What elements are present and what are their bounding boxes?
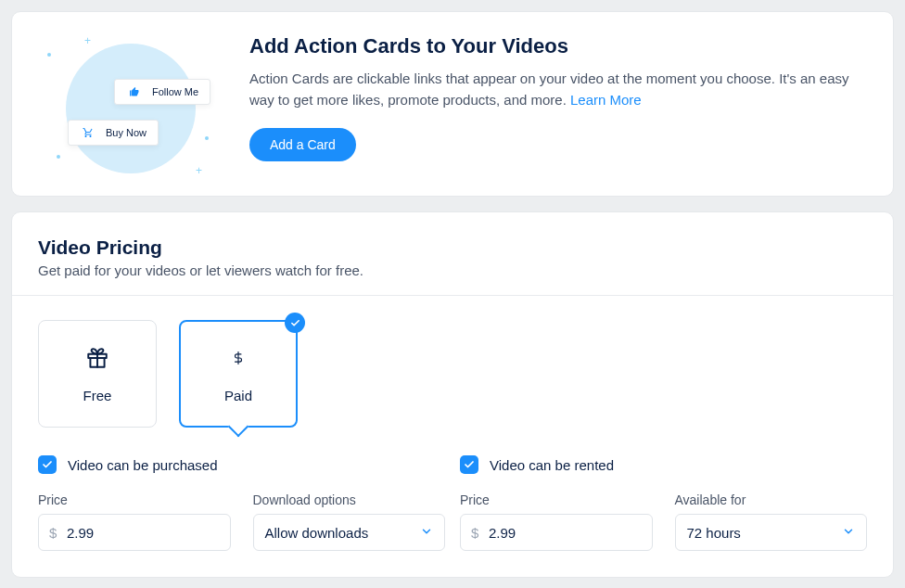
currency-symbol: $ [471,525,478,541]
pricing-option-paid-label: Paid [224,388,252,403]
purchase-checkbox-label: Video can be purchased [68,457,218,473]
pricing-subtitle: Get paid for your videos or let viewers … [38,262,867,278]
rent-checkbox[interactable] [460,455,478,474]
illustration-follow-card: Follow Me [114,79,210,105]
pricing-options: Free Paid [38,320,867,428]
purchase-checkbox-row: Video can be purchased [38,455,445,474]
download-options-value: Allow downloads [265,525,369,541]
action-cards-illustration: + + Follow Me Buy Now [38,34,223,173]
check-icon [285,313,305,333]
action-cards-panel: + + Follow Me Buy Now Add Action Cards t… [11,11,894,197]
available-for-field: Available for 72 hours [675,492,868,551]
pricing-option-paid[interactable]: Paid [179,320,298,428]
add-card-button[interactable]: Add a Card [249,128,356,161]
rent-price-input[interactable] [460,514,653,551]
available-for-value: 72 hours [687,525,741,541]
divider [12,295,893,296]
rent-price-field: Price $ [460,492,653,551]
purchase-checkbox[interactable] [38,455,57,474]
chevron-down-icon [420,525,433,541]
pricing-title: Video Pricing [38,236,867,259]
chevron-down-icon [842,525,855,541]
illustration-buy-label: Buy Now [106,127,147,138]
available-for-select[interactable]: 72 hours [675,514,868,551]
purchase-column: Video can be purchased Price $ Download … [38,455,445,551]
action-cards-title: Add Action Cards to Your Videos [249,34,867,58]
purchase-price-label: Price [38,492,231,507]
video-pricing-panel: Video Pricing Get paid for your videos o… [11,211,894,578]
illustration-follow-label: Follow Me [152,86,198,97]
available-for-label: Available for [675,492,868,507]
rent-column: Video can be rented Price $ Available fo… [460,455,867,551]
thumbs-up-icon [126,85,143,98]
pricing-option-free-label: Free [83,388,112,403]
purchase-price-input[interactable] [38,514,231,551]
rent-price-label: Price [460,492,653,507]
pricing-header: Video Pricing Get paid for your videos o… [38,236,867,295]
learn-more-link[interactable]: Learn More [570,92,642,108]
action-cards-content: Add Action Cards to Your Videos Action C… [249,34,867,173]
action-cards-description: Action Cards are clickable links that ap… [249,68,867,111]
cart-icon [80,126,96,139]
rent-checkbox-label: Video can be rented [490,457,614,473]
pricing-option-free[interactable]: Free [38,320,157,428]
purchase-price-field: Price $ [38,492,231,551]
currency-symbol: $ [49,525,57,541]
download-options-select[interactable]: Allow downloads [253,514,446,551]
gift-icon [85,345,109,371]
illustration-buy-card: Buy Now [68,120,159,146]
dollar-icon [232,345,245,371]
pricing-form: Video can be purchased Price $ Download … [38,455,867,551]
download-options-label: Download options [253,492,446,507]
rent-checkbox-row: Video can be rented [460,455,867,474]
download-options-field: Download options Allow downloads [253,492,446,551]
